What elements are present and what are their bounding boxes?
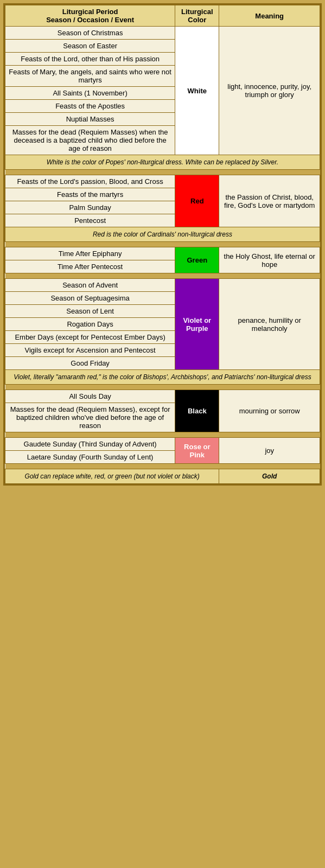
spacer-row xyxy=(5,170,320,175)
spacer-row xyxy=(5,273,320,279)
period-cell: Time After Pentecost xyxy=(5,260,175,273)
period-cell: Nuptial Masses xyxy=(5,113,175,126)
period-cell: Ember Days (except for Pentecost Ember D… xyxy=(5,331,175,344)
table-row: Feasts of the Lord's passion, Blood, and… xyxy=(5,175,320,188)
period-cell: Gaudete Sunday (Third Sunday of Advent) xyxy=(5,438,175,451)
header-color: Liturgical Color xyxy=(175,5,219,27)
note-row-white: White is the color of Popes' non-liturgi… xyxy=(5,155,320,170)
table-row: Season of AdventViolet or Purplepenance,… xyxy=(5,279,320,292)
color-cell-green: Green xyxy=(175,247,219,273)
color-cell-red: Red xyxy=(175,175,219,227)
table-row: Gaudete Sunday (Third Sunday of Advent)R… xyxy=(5,438,320,451)
color-cell-black: Black xyxy=(175,390,219,432)
meaning-cell-black: mourning or sorrow xyxy=(219,390,320,432)
period-cell: All Saints (1 November) xyxy=(5,87,175,100)
period-cell: Season of Christmas xyxy=(5,27,175,40)
meaning-cell-green: the Holy Ghost, life eternal or hope xyxy=(219,247,320,273)
color-cell-white: White xyxy=(175,27,219,155)
period-cell: Feasts of the martyrs xyxy=(5,188,175,201)
period-cell: Good Friday xyxy=(5,357,175,370)
period-cell: Feasts of Mary, the angels, and saints w… xyxy=(5,66,175,87)
period-cell: Palm Sunday xyxy=(5,201,175,214)
period-cell: Vigils except for Ascension and Pentecos… xyxy=(5,344,175,357)
period-cell: Pentecost xyxy=(5,214,175,227)
period-cell: Season of Lent xyxy=(5,305,175,318)
spacer-row xyxy=(5,242,320,247)
period-cell: Time After Epiphany xyxy=(5,247,175,260)
period-cell: Season of Septuagesima xyxy=(5,292,175,305)
note-row-violet: Violet, literally "amaranth red," is the… xyxy=(5,370,320,385)
table-row: Season of ChristmasWhitelight, innocence… xyxy=(5,27,320,40)
period-cell: Feasts of the Lord's passion, Blood, and… xyxy=(5,175,175,188)
spacer-row xyxy=(5,385,320,390)
period-cell: Season of Advent xyxy=(5,279,175,292)
period-cell: All Souls Day xyxy=(5,390,175,403)
meaning-cell-violet: penance, humility or melancholy xyxy=(219,279,320,370)
note-row-gold: Gold can replace white, red, or green (b… xyxy=(5,469,320,484)
period-cell: Laetare Sunday (Fourth Sunday of Lent) xyxy=(5,451,175,464)
color-cell-gold: Gold xyxy=(219,469,320,484)
table-row: Time After EpiphanyGreenthe Holy Ghost, … xyxy=(5,247,320,260)
spacer-row xyxy=(5,432,320,438)
liturgical-color-table: Liturgical Period Season / Occasion / Ev… xyxy=(3,3,322,486)
period-cell: Season of Easter xyxy=(5,40,175,53)
meaning-cell-red: the Passion of Christ, blood, fire, God'… xyxy=(219,175,320,227)
period-cell: Rogation Days xyxy=(5,318,175,331)
color-cell-rose: Rose or Pink xyxy=(175,438,219,464)
period-cell: Masses for the dead (Requiem Masses) whe… xyxy=(5,126,175,155)
table-row: All Souls DayBlackmourning or sorrow xyxy=(5,390,320,403)
header-period: Liturgical Period Season / Occasion / Ev… xyxy=(5,5,175,27)
meaning-cell-rose: joy xyxy=(219,438,320,464)
period-cell: Masses for the dead (Requiem Masses), ex… xyxy=(5,403,175,432)
header-meaning: Meaning xyxy=(219,5,320,27)
note-row-red: Red is the color of Cardinals' non-litur… xyxy=(5,227,320,242)
spacer-row xyxy=(5,464,320,469)
period-cell: Feasts of the Lord, other than of His pa… xyxy=(5,53,175,66)
color-cell-violet: Violet or Purple xyxy=(175,279,219,370)
meaning-cell-white: light, innocence, purity, joy, triumph o… xyxy=(219,27,320,155)
period-cell: Feasts of the Apostles xyxy=(5,100,175,113)
